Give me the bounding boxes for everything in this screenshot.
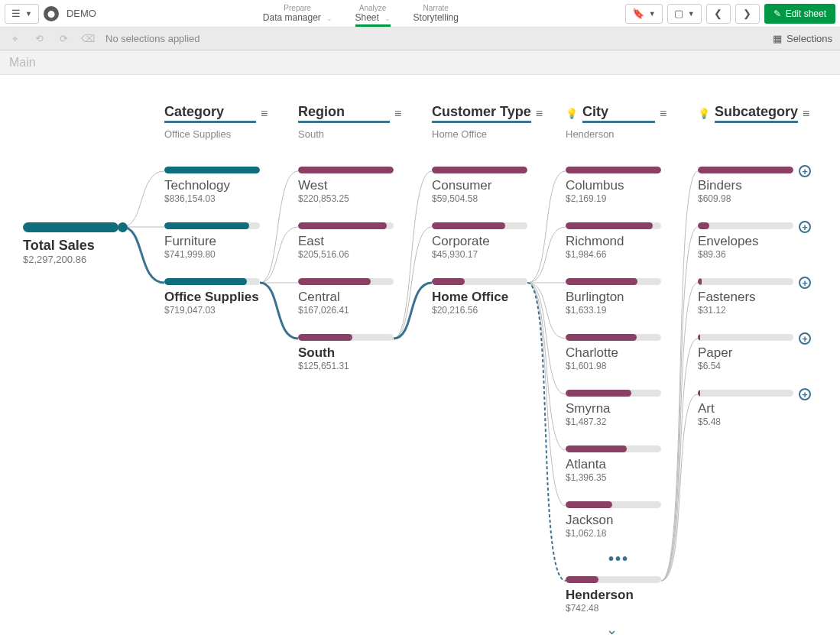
tree-node[interactable]: Central$167,026.41	[298, 278, 394, 316]
node-value: $742.48	[566, 603, 661, 614]
nav-menu-button[interactable]: ☰ ▼	[5, 4, 39, 24]
tree-node[interactable]: East$205,516.06	[298, 222, 394, 260]
expand-button[interactable]: +	[799, 165, 811, 177]
menu-icon[interactable]: ≡	[536, 107, 543, 121]
root-value: $2,297,200.86	[23, 254, 86, 265]
node-bar	[164, 278, 260, 285]
tree-node[interactable]: Furniture$741,999.80	[164, 222, 260, 260]
node-bar	[698, 278, 793, 285]
menu-icon[interactable]: ≡	[660, 107, 666, 121]
tree-node[interactable]: Columbus$2,169.19	[566, 167, 661, 204]
menu-icon[interactable]: ≡	[261, 107, 268, 121]
tree-node[interactable]: South$125,651.31	[298, 334, 394, 371]
edit-sheet-button[interactable]: ✎Edit sheet	[764, 4, 835, 24]
node-bar	[432, 278, 527, 285]
node-bar	[566, 501, 661, 508]
tree-node[interactable]: Charlotte$1,601.98	[566, 334, 661, 371]
node-label: South	[298, 345, 394, 361]
tab-narrate[interactable]: Narrate Storytelling	[414, 4, 459, 27]
prev-button[interactable]: ❮	[706, 4, 731, 24]
tree-node[interactable]: Consumer$59,504.58	[432, 167, 527, 204]
column-header-region[interactable]: Region≡	[298, 104, 401, 123]
node-value: $741,999.80	[164, 249, 260, 260]
node-label: Smyrna	[566, 401, 661, 416]
menu-icon[interactable]: ≡	[394, 107, 401, 121]
node-value: $1,984.66	[566, 249, 661, 260]
scroll-down-icon[interactable]: ⌄	[606, 621, 618, 635]
tree-node[interactable]: Envelopes$89.36	[698, 222, 793, 260]
node-bar	[566, 390, 661, 397]
node-label: Henderson	[566, 588, 661, 603]
node-bar	[566, 167, 661, 173]
selection-status: No selections applied	[105, 33, 200, 44]
chevron-left-icon: ❮	[714, 8, 722, 19]
bookmark-button[interactable]: 🔖▼	[625, 4, 663, 24]
tree-node[interactable]: Henderson$742.48	[566, 576, 661, 614]
more-items-icon[interactable]: •••	[608, 550, 629, 568]
node-value: $1,396.35	[566, 472, 661, 483]
tree-node[interactable]: Atlanta$1,396.35	[566, 445, 661, 483]
step-back-icon[interactable]: ⟲	[32, 32, 46, 46]
step-forward-icon[interactable]: ⟳	[57, 32, 70, 46]
menu-icon: ☰	[11, 8, 21, 19]
column-header-subcategory[interactable]: 💡Subcategory≡	[698, 104, 809, 123]
sheets-icon: ▢	[674, 8, 683, 19]
chevron-down-icon: ⌄	[384, 15, 391, 22]
app-name: DEMO	[66, 8, 96, 19]
selections-bar: ⌖ ⟲ ⟳ ⌫ No selections applied ▦ Selectio…	[0, 28, 840, 50]
tree-node[interactable]: Jackson$1,062.18	[566, 501, 661, 539]
node-bar	[164, 222, 260, 229]
node-label: Furniture	[164, 234, 260, 249]
root-label[interactable]: Total Sales	[23, 238, 95, 254]
tree-node[interactable]: Fasteners$31.12	[698, 278, 793, 316]
column-header-category[interactable]: Category≡	[164, 104, 268, 123]
node-bar	[298, 278, 394, 285]
node-value: $45,930.17	[432, 249, 527, 260]
tree-node[interactable]: Richmond$1,984.66	[566, 222, 661, 260]
top-toolbar: ☰ ▼ ⬤ DEMO Prepare Data manager ⌄ Analyz…	[0, 0, 840, 28]
tree-node[interactable]: Binders$609.98	[698, 167, 793, 204]
node-value: $836,154.03	[164, 193, 260, 204]
node-value: $719,047.03	[164, 305, 260, 316]
chevron-down-icon: ▼	[688, 10, 695, 18]
tab-analyze[interactable]: Analyze Sheet ⌄	[355, 4, 391, 27]
node-label: West	[298, 178, 394, 193]
tree-node[interactable]: Corporate$45,930.17	[432, 222, 527, 260]
next-button[interactable]: ❯	[735, 4, 760, 24]
node-bar	[298, 334, 394, 341]
app-logo-icon: ⬤	[44, 6, 59, 21]
expand-button[interactable]: +	[799, 277, 811, 289]
tree-node[interactable]: Technology$836,154.03	[164, 167, 260, 204]
column-header-customer-type[interactable]: Customer Type≡	[432, 104, 543, 123]
sheets-button[interactable]: ▢▼	[667, 4, 702, 24]
tree-node[interactable]: Paper$6.54	[698, 334, 793, 371]
sheet-title-bar: Main	[0, 50, 840, 75]
node-value: $59,504.58	[432, 193, 527, 204]
node-value: $1,487.32	[566, 416, 661, 427]
tree-node[interactable]: Smyrna$1,487.32	[566, 390, 661, 427]
tab-prepare[interactable]: Prepare Data manager ⌄	[263, 4, 332, 27]
tree-node[interactable]: West$220,853.25	[298, 167, 394, 204]
node-value: $205,516.06	[298, 249, 394, 260]
expand-button[interactable]: +	[799, 388, 811, 400]
column-header-city[interactable]: 💡City≡	[566, 104, 666, 123]
node-label: Office Supplies	[164, 290, 260, 305]
node-label: Fasteners	[698, 290, 793, 305]
menu-icon[interactable]: ≡	[803, 107, 809, 121]
clear-selections-icon[interactable]: ⌫	[81, 32, 95, 46]
bookmark-icon: 🔖	[632, 8, 644, 19]
column-breadcrumb-customer-type: Home Office	[432, 128, 487, 140]
tree-node[interactable]: Home Office$20,216.56	[432, 278, 527, 316]
chevron-down-icon: ▼	[25, 10, 32, 18]
smart-search-icon[interactable]: ⌖	[8, 32, 21, 46]
expand-button[interactable]: +	[799, 332, 811, 345]
expand-button[interactable]: +	[799, 221, 811, 233]
tree-node[interactable]: Burlington$1,633.19	[566, 278, 661, 316]
node-value: $20,216.56	[432, 305, 527, 316]
tree-node[interactable]: Office Supplies$719,047.03	[164, 278, 260, 316]
tree-node[interactable]: Art$5.48	[698, 390, 793, 427]
selections-tool-button[interactable]: ▦ Selections	[773, 33, 832, 44]
node-bar	[698, 222, 793, 229]
chevron-down-icon: ▼	[649, 10, 656, 18]
sheet-title: Main	[9, 56, 36, 70]
